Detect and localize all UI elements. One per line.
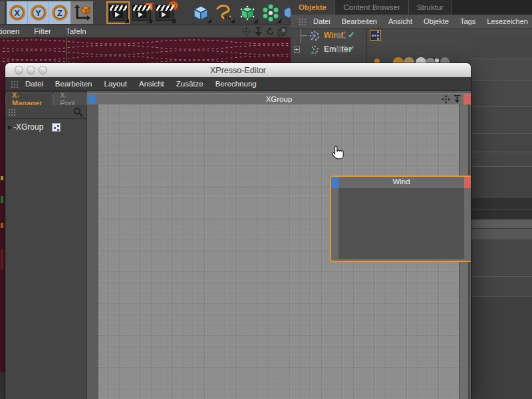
- coordinate-axis-icon: [73, 4, 90, 21]
- axis-lock-group: X Y Z: [7, 1, 70, 24]
- panel-band-light: [471, 229, 532, 239]
- render-picture-viewer-button[interactable]: [130, 1, 153, 24]
- xmenu-bearbeiten[interactable]: Bearbeiten: [55, 80, 92, 88]
- viewport-menubar: tionen Filter Tafeln: [0, 25, 291, 38]
- visibility-dot-top[interactable]: [343, 31, 346, 34]
- manager-tabbar: Objekte Content Browser Struktur: [291, 0, 532, 15]
- panel-band: [471, 107, 532, 133]
- hand-cursor-icon: [331, 145, 345, 161]
- menubar-grip-icon[interactable]: [11, 80, 19, 88]
- menu-filter[interactable]: Filter: [34, 27, 51, 35]
- add-generator-button[interactable]: [235, 1, 259, 24]
- zoom-window-icon[interactable]: [39, 66, 47, 74]
- node-input-port-icon[interactable]: [331, 177, 338, 188]
- layer-dot[interactable]: [336, 47, 342, 53]
- attribute-manager-panel: [471, 37, 532, 399]
- visibility-dot-bottom[interactable]: [343, 37, 346, 39]
- panel-band: [471, 239, 532, 276]
- x-axis-icon: X: [9, 5, 25, 21]
- spline-pen-icon: [215, 3, 233, 22]
- tree-item-label: -XGroup: [13, 122, 43, 132]
- palette-grip-icon[interactable]: [299, 18, 307, 25]
- xmenu-layout[interactable]: Layout: [104, 80, 127, 88]
- menu-ansicht[interactable]: Ansicht: [388, 17, 412, 25]
- render-settings-button[interactable]: [153, 1, 176, 24]
- panel-band-dark: [471, 198, 532, 209]
- reload-panel-icon[interactable]: [266, 27, 275, 36]
- coordinate-system-button[interactable]: [70, 1, 93, 24]
- menu-tafeln[interactable]: Tafeln: [66, 27, 86, 35]
- add-cube-button[interactable]: [189, 1, 212, 24]
- xpresso-panel-tabs: X-Manager X-Pool: [5, 91, 87, 105]
- menu-datei[interactable]: Datei: [313, 17, 331, 25]
- menu-tags[interactable]: Tags: [460, 17, 475, 25]
- xmenu-datei[interactable]: Datei: [25, 80, 43, 88]
- visibility-dot-top[interactable]: [343, 45, 346, 48]
- enable-check-icon[interactable]: ✓: [348, 44, 355, 54]
- node-wind-body[interactable]: [338, 188, 464, 259]
- menu-bearbeiten[interactable]: Bearbeiten: [342, 17, 377, 25]
- dock-panel-icon[interactable]: [254, 27, 263, 36]
- z-axis-icon: Z: [52, 5, 68, 21]
- node-wind[interactable]: Wind: [330, 176, 471, 262]
- enable-check-icon[interactable]: ✓: [348, 30, 355, 40]
- axis-lock-y-button[interactable]: Y: [28, 1, 49, 24]
- layer-dot[interactable]: [336, 33, 342, 39]
- xpresso-editor-window: XPresso-Editor Datei Bearbeiten Layout A…: [5, 63, 471, 399]
- axis-lock-x-button[interactable]: X: [7, 1, 28, 24]
- undock-window-icon[interactable]: [278, 27, 287, 36]
- panel-band-light: [471, 219, 532, 228]
- move-panel-icon[interactable]: [242, 27, 251, 36]
- panel-band: [471, 167, 532, 198]
- blue-cube-icon: [192, 3, 210, 22]
- tab-content-browser-label: Content Browser: [343, 3, 400, 11]
- group-move-icon[interactable]: [442, 95, 450, 104]
- xmenu-zusaetze[interactable]: Zusätze: [176, 80, 203, 88]
- tab-struktur[interactable]: Struktur: [409, 0, 452, 15]
- render-view-button[interactable]: [106, 1, 130, 24]
- tab-content-browser[interactable]: Content Browser: [335, 0, 409, 15]
- group-minimize-icon[interactable]: [453, 95, 462, 104]
- panel-band-dark: [471, 209, 532, 219]
- tree-expander-icon[interactable]: ▶: [8, 124, 12, 130]
- add-array-button[interactable]: [259, 1, 282, 24]
- window-titlebar[interactable]: XPresso-Editor: [5, 63, 471, 77]
- close-window-icon[interactable]: [15, 66, 23, 74]
- panel-band: [471, 152, 532, 166]
- tab-x-manager[interactable]: X-Manager: [5, 92, 53, 105]
- menu-lesezeichen[interactable]: Lesezeichen: [487, 17, 528, 25]
- viewport-panel-icons: [242, 27, 287, 36]
- add-spline-button[interactable]: [212, 1, 235, 24]
- visibility-dot-bottom[interactable]: [343, 51, 346, 53]
- xmenu-ansicht[interactable]: Ansicht: [139, 80, 164, 88]
- search-grip-icon[interactable]: [8, 108, 17, 116]
- search-icon[interactable]: [73, 107, 83, 117]
- tab-x-pool[interactable]: X-Pool: [53, 92, 87, 105]
- node-output-port-icon[interactable]: [464, 177, 471, 188]
- node-editor-canvas[interactable]: XGroup Wind: [87, 91, 471, 399]
- minimize-window-icon[interactable]: [27, 66, 35, 74]
- axis-lock-z-button[interactable]: Z: [49, 1, 70, 24]
- panel-band: [471, 297, 532, 399]
- xgroup-header[interactable]: XGroup: [87, 93, 471, 104]
- tree-branch: [301, 35, 307, 36]
- menu-objekte[interactable]: Objekte: [424, 17, 449, 25]
- 3d-viewport[interactable]: [0, 38, 291, 63]
- xpresso-tag-icon[interactable]: [370, 30, 381, 41]
- expand-box-icon[interactable]: [294, 47, 300, 53]
- wind-waves-lines: [0, 38, 291, 63]
- tab-objekte[interactable]: Objekte: [291, 0, 335, 15]
- panel-band: [471, 80, 532, 106]
- node-wind-title: Wind: [331, 177, 471, 188]
- search-input[interactable]: [19, 106, 72, 117]
- green-cube-points-icon: [238, 3, 257, 22]
- clipped-toolbar-button[interactable]: [0, 1, 5, 24]
- object-creation-group: [189, 1, 294, 24]
- menu-optionen-clipped[interactable]: tionen: [0, 27, 19, 35]
- wind-object-icon: [309, 31, 320, 41]
- array-flower-icon: [261, 3, 280, 22]
- group-output-port-icon[interactable]: [464, 94, 471, 105]
- panel-band: [471, 277, 532, 296]
- xmenu-berechnung[interactable]: Berechnung: [215, 80, 257, 88]
- tree-item-xgroup[interactable]: ▶ -XGroup: [5, 122, 87, 133]
